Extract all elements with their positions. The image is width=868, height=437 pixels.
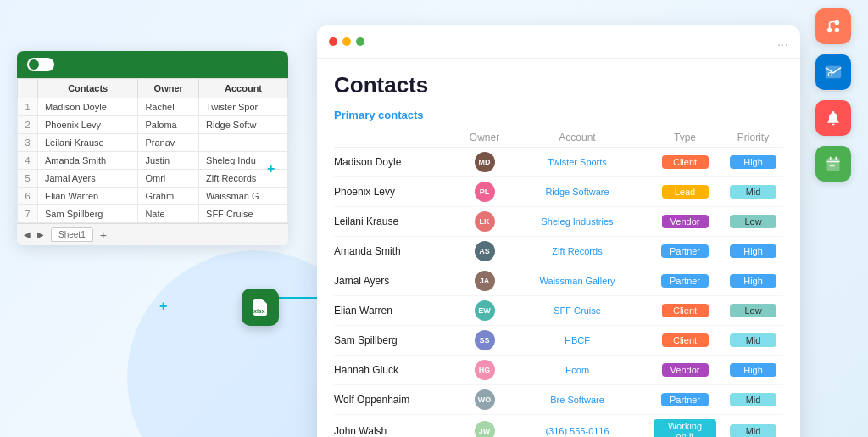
contact-row[interactable]: Wolf Oppenhaim WO Bre Software Partner M… [334,385,783,415]
contact-row[interactable]: Leilani Krause LK Sheleg Industries Vend… [334,207,783,237]
contact-type: Client [647,296,723,326]
section-label: Primary contacts [334,109,783,121]
hubspot-icon[interactable] [815,8,851,44]
contact-priority: Mid [723,326,783,356]
priority-badge: Mid [730,424,776,437]
contact-account[interactable]: Zift Records [508,237,647,266]
ss-row-account: Ridge Softw [199,116,288,134]
ss-row-num: 4 [18,152,38,170]
priority-badge: Low [730,304,776,317]
priority-badge: High [730,274,776,288]
sheet-tab[interactable]: Sheet1 [51,227,93,242]
more-button[interactable]: ... [777,34,788,49]
calendar-app-icon[interactable] [815,146,851,182]
account-link[interactable]: Bre Software [550,395,604,405]
type-badge: Lead [662,185,709,199]
svg-rect-6 [827,158,840,171]
svg-text:xlsx: xlsx [253,308,265,314]
contact-name: Hannah Gluck [334,356,461,385]
contact-owner: HG [461,356,508,385]
spreadsheet-table: Contacts Owner Account 1 Madison Doyle R… [17,78,288,223]
ss-col-owner: Owner [138,79,199,98]
contact-row[interactable]: John Walsh JW (316) 555-0116 Working on … [334,415,783,438]
spreadsheet-row: 2 Phoenix Levy Paloma Ridge Softw [18,116,288,134]
ss-col-num [18,79,38,98]
contact-row[interactable]: Jamal Ayers JA Waissman Gallery Partner … [334,266,783,296]
contacts-table: Owner Account Type Priority Madison Doyl… [334,128,783,437]
contact-account[interactable]: Sheleg Industries [508,207,647,237]
type-badge: Client [662,333,709,347]
ss-row-num: 6 [18,188,38,205]
contact-name: Phoenix Levy [334,177,461,207]
contact-account[interactable]: Waissman Gallery [508,266,647,296]
ss-row-contact: Madison Doyle [38,98,138,116]
contact-account[interactable]: SFF Cruise [508,296,647,326]
ss-row-owner: Rachel [138,98,199,116]
contact-priority: Low [723,296,783,326]
ss-row-num: 1 [18,98,38,116]
type-badge: Vendor [662,363,709,377]
account-link[interactable]: Ridge Software [545,187,609,197]
contact-name: Wolf Oppenhaim [334,385,461,415]
contact-owner: JA [461,266,508,296]
contact-type: Partner [647,385,723,415]
account-phone: (316) 555-0116 [545,426,609,436]
ss-col-account: Account [199,79,288,98]
bell-app-icon[interactable] [815,100,851,136]
contact-priority: High [723,148,783,177]
th-owner: Owner [461,128,508,148]
account-link[interactable]: SFF Cruise [554,305,601,316]
contact-row[interactable]: Madison Doyle MD Twister Sports Client H… [334,148,783,177]
contact-owner: SS [461,326,508,356]
ss-row-owner: Omri [138,170,199,188]
contact-account[interactable]: Twister Sports [508,148,647,177]
contact-priority: Mid [723,385,783,415]
toggle-switch[interactable] [27,58,54,71]
contact-row[interactable]: Phoenix Levy PL Ridge Software Lead Mid [334,177,783,207]
spreadsheet-footer: ◀ ▶ Sheet1 + [17,223,288,245]
ss-row-num: 2 [18,116,38,134]
account-link[interactable]: Waissman Gallery [540,276,615,286]
ss-row-num: 3 [18,134,38,152]
contact-row[interactable]: Hannah Gluck HG Ecom Vendor High [334,356,783,385]
contact-type: Partner [647,237,723,266]
svg-rect-8 [832,165,835,167]
svg-rect-7 [830,165,832,167]
th-name [334,128,461,148]
priority-badge: High [730,155,776,169]
priority-badge: Mid [730,393,776,406]
contact-account[interactable]: Bre Software [508,385,647,415]
ss-row-account [199,134,288,152]
contact-name: Sam Spillberg [334,326,461,356]
account-link[interactable]: HBCF [565,335,590,345]
account-link[interactable]: Ecom [565,365,589,375]
panel-title: Contacts [334,72,783,98]
ss-col-contacts: Contacts [38,79,138,98]
account-link[interactable]: Twister Sports [548,157,607,167]
ss-row-account: SFF Cruise [199,205,288,223]
type-badge: Vendor [662,215,709,228]
ss-row-owner: Paloma [138,116,199,134]
contact-row[interactable]: Amanda Smith AS Zift Records Partner Hig… [334,237,783,266]
deco-plus-top: + [267,161,275,176]
nav-right[interactable]: ▶ [37,230,44,239]
add-sheet[interactable]: + [100,228,107,242]
ss-row-account: Waissman G [199,188,288,205]
contact-owner: PL [461,177,508,207]
contact-account[interactable]: HBCF [508,326,647,356]
contact-account[interactable]: Ridge Software [508,177,647,207]
contact-row[interactable]: Sam Spillberg SS HBCF Client Mid [334,326,783,356]
contact-account[interactable]: (316) 555-0116 [508,415,647,438]
account-link[interactable]: Zift Records [552,246,602,256]
ss-row-owner: Pranav [138,134,199,152]
contact-account[interactable]: Ecom [508,356,647,385]
type-badge: Client [662,155,709,169]
priority-badge: High [730,363,776,377]
nav-left[interactable]: ◀ [24,230,31,239]
contact-row[interactable]: Elian Warren EW SFF Cruise Client Low [334,296,783,326]
contact-name: Amanda Smith [334,237,461,266]
outlook-icon[interactable]: O [815,54,851,90]
contact-owner: JW [461,415,508,438]
priority-badge: Mid [730,185,776,199]
account-link[interactable]: Sheleg Industries [542,216,614,227]
